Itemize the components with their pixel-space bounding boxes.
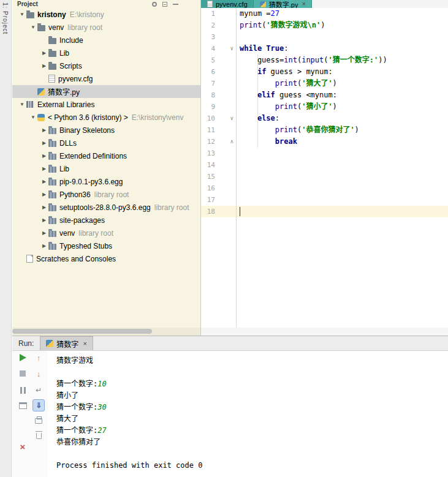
code-line[interactable]: while True: <box>237 43 448 54</box>
settings-gear-icon[interactable] <box>152 2 157 7</box>
line-number[interactable]: 11 <box>207 126 215 134</box>
editor-tab-1[interactable]: pyvenv.cfg <box>201 0 254 8</box>
tree-item-18[interactable]: ▶Typeshed Stubs <box>12 239 200 252</box>
code-line[interactable]: elif guess <mynum: <box>237 89 448 101</box>
line-number[interactable]: 4 <box>211 45 215 53</box>
print-button[interactable] <box>32 415 45 427</box>
project-horizontal-scrollbar[interactable] <box>12 328 200 336</box>
line-number[interactable]: 17 <box>207 196 215 204</box>
code-line[interactable]: break <box>237 136 448 148</box>
line-number[interactable]: 7 <box>211 80 215 88</box>
code-line[interactable]: print('猜大了') <box>237 78 448 89</box>
tree-item-16[interactable]: ▶site-packages <box>12 214 200 227</box>
code-line[interactable] <box>237 171 448 182</box>
tree-chevron-icon[interactable]: ▶ <box>40 166 48 171</box>
editor-tab-2[interactable]: 猜数字.py× <box>254 0 312 8</box>
line-number[interactable]: 13 <box>207 149 215 157</box>
code-line[interactable] <box>237 159 448 171</box>
tree-item-3[interactable]: ▶Lib <box>12 47 200 59</box>
code-line[interactable]: mynum =27 <box>237 8 448 20</box>
tree-chevron-icon[interactable]: ▶ <box>40 50 48 56</box>
tree-item-2[interactable]: Include <box>12 34 200 47</box>
collapse-all-icon[interactable] <box>162 2 167 7</box>
tree-item-1[interactable]: ▼venvlibrary root <box>12 21 200 34</box>
line-number[interactable]: 6 <box>211 68 215 76</box>
editor-horizontal-scrollbar[interactable] <box>201 328 448 336</box>
up-stack-trace-button[interactable]: ↑ <box>32 351 45 364</box>
tree-chevron-icon[interactable]: ▼ <box>18 102 26 107</box>
project-stripe-button[interactable]: 1: Project <box>2 2 9 34</box>
fold-marker-icon[interactable]: ∨ <box>230 43 233 54</box>
line-number[interactable]: 10 <box>207 115 215 122</box>
scrollbar-thumb[interactable] <box>12 329 152 334</box>
tree-chevron-icon[interactable]: ▶ <box>40 179 48 184</box>
line-number[interactable]: 9 <box>211 103 215 111</box>
tree-chevron-icon[interactable]: ▼ <box>29 115 37 120</box>
run-tab[interactable]: 猜数字 × <box>40 336 93 350</box>
console-output[interactable]: 猜数字游戏猜一个数字:10猜小了猜一个数字:30猜大了猜一个数字:27恭喜你猜对… <box>48 351 448 477</box>
code-line[interactable]: print('猜小了') <box>237 101 448 113</box>
code-line[interactable]: if guess > mynum: <box>237 66 448 78</box>
clear-all-button[interactable] <box>32 430 45 442</box>
hide-panel-icon[interactable] <box>173 4 178 5</box>
code-line[interactable] <box>237 31 448 43</box>
tree-item-13[interactable]: ▶pip-9.0.1-py3.6.egg <box>12 175 200 188</box>
down-stack-trace-button[interactable]: ↓ <box>32 367 45 380</box>
line-number[interactable]: 1 <box>211 10 215 18</box>
fold-marker-icon[interactable]: ∨ <box>230 113 233 124</box>
code-line[interactable] <box>237 182 448 194</box>
close-button[interactable]: × <box>17 441 29 453</box>
close-icon[interactable]: × <box>302 1 305 7</box>
editor-body[interactable]: 1234∨5678910∨1112∧131415161718 mynum =27… <box>201 8 448 328</box>
line-number[interactable]: 5 <box>211 56 215 64</box>
code-line[interactable] <box>237 194 448 206</box>
tree-item-17[interactable]: ▶venvlibrary root <box>12 227 200 239</box>
tree-chevron-icon[interactable]: ▼ <box>18 12 26 17</box>
tree-item-8[interactable]: ▼< Python 3.6 (kristony) >E:\kristony\ve… <box>12 111 200 124</box>
soft-wrap-button[interactable]: ↵ <box>32 384 45 396</box>
tree-chevron-icon[interactable]: ▼ <box>29 24 37 30</box>
tree-item-0[interactable]: ▼kristonyE:\kristony <box>12 8 200 21</box>
code-line[interactable]: print('恭喜你猜对了') <box>237 124 448 136</box>
tree-item-5[interactable]: pyvenv.cfg <box>12 72 200 85</box>
tree-item-19[interactable]: Scratches and Consoles <box>12 252 200 265</box>
line-number[interactable]: 8 <box>211 91 215 99</box>
tree-chevron-icon[interactable]: ▶ <box>40 63 48 69</box>
scroll-to-end-button[interactable]: ⇓ <box>32 399 45 411</box>
code-line[interactable]: print('猜数字游戏\n') <box>237 20 448 31</box>
tree-item-14[interactable]: ▶Python36library root <box>12 188 200 201</box>
tree-item-11[interactable]: ▶Extended Definitions <box>12 149 200 162</box>
code-line[interactable]: else: <box>237 113 448 124</box>
tree-item-12[interactable]: ▶Lib <box>12 162 200 175</box>
tree-item-9[interactable]: ▶Binary Skeletons <box>12 124 200 137</box>
rerun-button[interactable] <box>17 351 29 364</box>
line-number[interactable]: 15 <box>207 173 215 181</box>
code-line[interactable] <box>237 206 448 217</box>
tree-item-10[interactable]: ▶DLLs <box>12 137 200 149</box>
tree-chevron-icon[interactable]: ▶ <box>40 205 48 210</box>
close-icon[interactable]: × <box>83 340 86 347</box>
code-line[interactable]: guess=int(input('猜一个数字:')) <box>237 54 448 66</box>
tree-item-4[interactable]: ▶Scripts <box>12 59 200 72</box>
tree-item-15[interactable]: ▶setuptools-28.8.0-py3.6.egglibrary root <box>12 201 200 214</box>
line-number[interactable]: 14 <box>207 161 215 169</box>
tree-item-6[interactable]: 猜数字.py <box>12 85 200 98</box>
tree-chevron-icon[interactable]: ▶ <box>40 243 48 249</box>
tree-chevron-icon[interactable]: ▶ <box>40 153 48 159</box>
tree-chevron-icon[interactable]: ▶ <box>40 192 48 197</box>
editor-code[interactable]: mynum =27print('猜数字游戏\n')while True: gue… <box>237 8 448 328</box>
line-number[interactable]: 18 <box>207 208 215 216</box>
tree-chevron-icon[interactable]: ▶ <box>40 127 48 133</box>
line-number[interactable]: 12 <box>207 138 215 146</box>
line-number[interactable]: 16 <box>207 184 215 192</box>
code-line[interactable] <box>237 148 448 159</box>
tree-chevron-icon[interactable]: ▶ <box>40 217 48 223</box>
line-number[interactable]: 2 <box>211 21 215 29</box>
line-number[interactable]: 3 <box>211 33 215 41</box>
stop-button[interactable] <box>17 367 29 380</box>
tree-chevron-icon[interactable]: ▶ <box>40 140 48 146</box>
tree-chevron-icon[interactable]: ▶ <box>40 230 48 236</box>
restore-layout-button[interactable] <box>17 399 29 411</box>
tree-item-7[interactable]: ▼External Libraries <box>12 98 200 111</box>
pause-output-button[interactable] <box>17 384 29 396</box>
